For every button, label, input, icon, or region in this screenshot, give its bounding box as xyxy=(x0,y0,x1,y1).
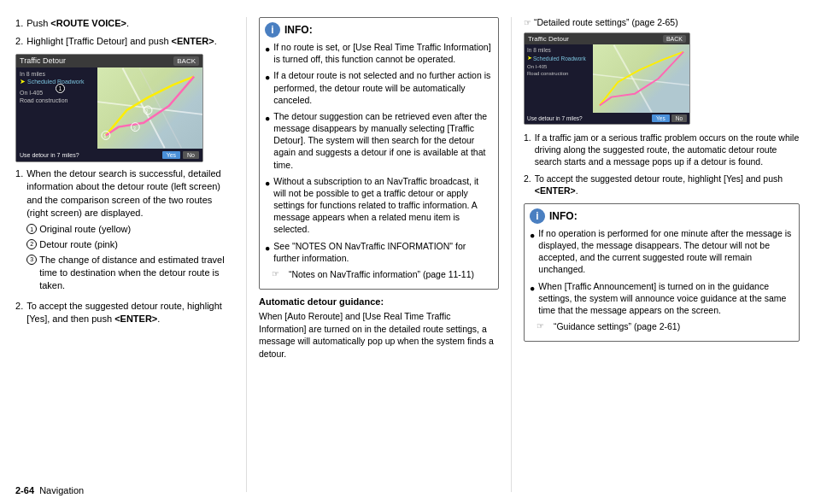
sub-item-2: 2 Detour route (pink) xyxy=(26,238,234,251)
screen-back-btn: BACK xyxy=(173,56,199,66)
right-bullet-1: ● If no operation is performed for one m… xyxy=(530,227,794,276)
info-bullet-4: ● Without a subscription to an NavTraffi… xyxy=(265,175,493,236)
sub-item-1: 1 Original route (yellow) xyxy=(26,223,234,236)
auto-detour-text: When [Auto Reroute] and [Use Real Time T… xyxy=(259,310,499,360)
right-bullet-2: ● When [Traffic Announcement] is turned … xyxy=(530,280,794,317)
info-bullet-5: ● See "NOTES ON NavTraffic INFORMATION" … xyxy=(265,240,493,264)
traffic-detour-screen-left: Traffic Detour BACK In 8 miles ➤ Schedul… xyxy=(15,54,203,162)
auto-detour-heading: Automatic detour guidance: xyxy=(259,296,499,307)
screen-back-btn-right: BACK xyxy=(663,35,686,43)
left-steps: Push <ROUTE VOICE>. Highlight [Traffic D… xyxy=(15,17,234,49)
info-box-middle: i INFO: ● If no route is set, or [Use Re… xyxy=(259,17,499,290)
middle-column: i INFO: ● If no route is set, or [Use Re… xyxy=(246,17,511,492)
step-3: When the detour search is successful, de… xyxy=(15,167,234,295)
right-column: ☞ “Detailed route settings” (page 2-65) … xyxy=(511,17,800,492)
right-step-1: If a traffic jam or a serious traffic pr… xyxy=(524,132,800,168)
svg-line-1 xyxy=(97,102,202,114)
screen-title: Traffic Detour xyxy=(20,56,66,65)
page-footer: 2-64 Navigation xyxy=(15,485,84,495)
svg-text:3: 3 xyxy=(133,126,136,130)
info-bullet-2: ● If a detour route is not selected and … xyxy=(265,69,493,106)
info-ref-link: ☞ “Notes on NavTraffic information” (pag… xyxy=(265,268,493,280)
info-title-right: INFO: xyxy=(549,210,578,222)
right-step-2: To accept the suggested detour route, hi… xyxy=(524,173,800,196)
ref-link: ☞ “Detailed route settings” (page 2-65) xyxy=(524,17,800,27)
screen-title-right: Traffic Detour xyxy=(528,35,569,43)
svg-text:2: 2 xyxy=(146,109,149,114)
page-container: Push <ROUTE VOICE>. Highlight [Traffic D… xyxy=(0,0,815,504)
circle-1-overlay: 1 xyxy=(56,84,65,93)
screen-map-right xyxy=(593,44,689,113)
step-4: To accept the suggested detour route, hi… xyxy=(15,300,234,326)
screen-map: 1 2 3 xyxy=(97,67,202,149)
left-column: Push <ROUTE VOICE>. Highlight [Traffic D… xyxy=(15,17,246,492)
no-button[interactable]: No xyxy=(183,151,199,159)
info-title: INFO: xyxy=(284,24,313,36)
right-ref-link: ☞ “Guidance settings” (page 2-61) xyxy=(530,320,794,332)
info-bullet-1: ● If no route is set, or [Use Real Time … xyxy=(265,41,493,65)
svg-text:1: 1 xyxy=(103,134,106,138)
sub-item-3: 3 The change of distance and estimated t… xyxy=(26,254,234,292)
no-btn-right[interactable]: No xyxy=(671,114,687,122)
step-2: Highlight [Traffic Detour] and push <ENT… xyxy=(15,35,234,48)
yes-btn-right[interactable]: Yes xyxy=(652,114,670,122)
traffic-detour-screen-right: Traffic Detour BACK In 8 miles ➤ Schedul… xyxy=(524,32,690,125)
route-voice-label: <ROUTE VOICE> xyxy=(50,18,126,28)
enter-label: <ENTER> xyxy=(172,36,214,46)
info-icon: i xyxy=(265,22,280,38)
svg-line-10 xyxy=(593,74,689,85)
yes-button[interactable]: Yes xyxy=(162,151,180,159)
info-box-right: i INFO: ● If no operation is performed f… xyxy=(524,203,800,342)
info-bullet-3: ● The detour suggestion can be retrieved… xyxy=(265,110,493,171)
step-1: Push <ROUTE VOICE>. xyxy=(15,17,234,30)
info-icon-right: i xyxy=(530,208,545,224)
